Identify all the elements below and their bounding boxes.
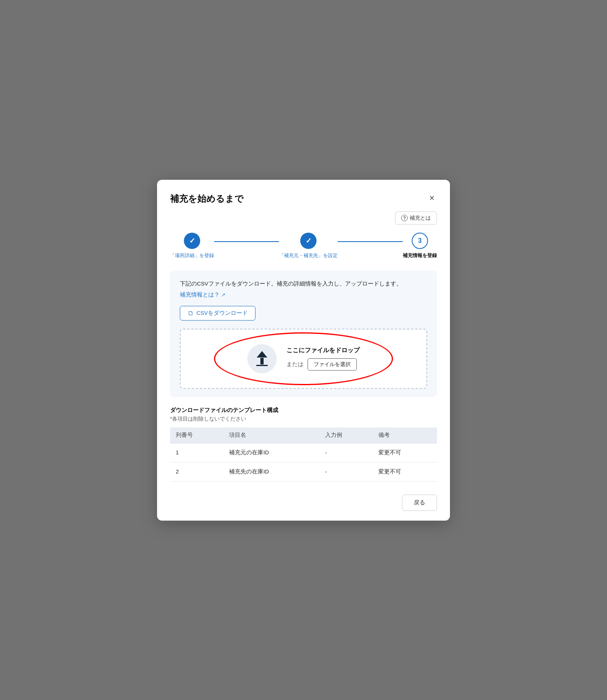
step-3-number: 3 <box>418 237 422 244</box>
stepper: ✓ 「場所詳細」を登録 ✓ 「補充元・補充先」を設定 3 補充情報を登録 <box>170 233 437 259</box>
info-link-label: 補充情報とは？ <box>180 291 220 299</box>
table-cell: 補充先の在庫ID <box>223 462 319 481</box>
question-icon: ? <box>401 215 408 221</box>
step-1-circle: ✓ <box>184 233 200 249</box>
help-btn-row: ? 補充とは <box>170 212 437 225</box>
info-link[interactable]: 補充情報とは？ ↗ <box>180 291 225 299</box>
step-line-1 <box>214 241 279 242</box>
file-drop-zone[interactable]: ここにファイルをドロップ または ファイルを選択 <box>180 329 427 389</box>
template-table-header-row: 列番号 項目名 入力例 備考 <box>170 427 437 443</box>
drop-zone-inner: ここにファイルをドロップ または ファイルを選択 <box>247 344 360 373</box>
col-header-note: 備考 <box>373 427 437 443</box>
upload-arrow-icon <box>256 351 268 366</box>
col-header-example: 入力例 <box>319 427 373 443</box>
drop-main-text: ここにファイルをドロップ <box>286 347 360 354</box>
modal-backdrop: 補充を始めるまで × ? 補充とは ✓ 「場所詳細」を登録 ✓ <box>0 0 607 700</box>
table-cell: 変更不可 <box>373 462 437 481</box>
step-3-circle: 3 <box>412 233 428 249</box>
modal-header: 補充を始めるまで × <box>170 193 437 205</box>
close-button[interactable]: × <box>427 193 437 203</box>
select-file-button[interactable]: ファイルを選択 <box>308 358 357 371</box>
arrow-base <box>256 365 268 366</box>
help-button[interactable]: ? 補充とは <box>395 212 437 225</box>
drop-or-label: または <box>286 361 304 368</box>
table-cell: 変更不可 <box>373 443 437 462</box>
csv-download-label: CSVをダウンロード <box>197 310 248 317</box>
step-2-checkmark: ✓ <box>306 236 312 245</box>
table-row: 1補充元の在庫ID-変更不可 <box>170 443 437 462</box>
step-2-circle: ✓ <box>300 233 317 249</box>
modal-container: 補充を始めるまで × ? 補充とは ✓ 「場所詳細」を登録 ✓ <box>157 180 450 521</box>
modal-title: 補充を始めるまで <box>170 193 244 205</box>
back-button[interactable]: 戻る <box>402 495 437 511</box>
table-cell: - <box>319 443 373 462</box>
card-description: 下記のCSVファイルをダウンロード。補充の詳細情報を入力し、アップロードします。 <box>180 280 427 288</box>
csv-file-icon: 🗋 <box>188 310 194 316</box>
modal-footer: 戻る <box>170 491 437 511</box>
table-cell: - <box>319 462 373 481</box>
step-1-label: 「場所詳細」を登録 <box>170 252 214 259</box>
template-table-body: 1補充元の在庫ID-変更不可2補充先の在庫ID-変更不可 <box>170 443 437 481</box>
step-3: 3 補充情報を登録 <box>403 233 437 259</box>
drop-or-row: または ファイルを選択 <box>286 358 360 371</box>
step-1-checkmark: ✓ <box>189 236 195 245</box>
step-2: ✓ 「補充元・補充先」を設定 <box>279 233 338 259</box>
step-1: ✓ 「場所詳細」を登録 <box>170 233 214 259</box>
drop-text-area: ここにファイルをドロップ または ファイルを選択 <box>286 347 360 371</box>
upload-icon-circle <box>247 344 277 373</box>
template-section: ダウンロードファイルのテンプレート構成 *各項目は削除しないでください 列番号 … <box>170 407 437 482</box>
template-section-note: *各項目は削除しないでください <box>170 416 437 423</box>
external-link-icon: ↗ <box>221 292 225 298</box>
table-cell: 補充元の在庫ID <box>223 443 319 462</box>
table-cell: 1 <box>170 443 223 462</box>
template-table: 列番号 項目名 入力例 備考 1補充元の在庫ID-変更不可2補充先の在庫ID-変… <box>170 427 437 482</box>
table-cell: 2 <box>170 462 223 481</box>
template-section-title: ダウンロードファイルのテンプレート構成 <box>170 407 437 414</box>
arrow-body <box>260 358 264 364</box>
step-3-label: 補充情報を登録 <box>403 252 437 259</box>
col-header-num: 列番号 <box>170 427 223 443</box>
step-2-label: 「補充元・補充先」を設定 <box>279 252 338 259</box>
help-button-label: 補充とは <box>410 214 431 222</box>
content-card: 下記のCSVファイルをダウンロード。補充の詳細情報を入力し、アップロードします。… <box>170 270 437 397</box>
col-header-name: 項目名 <box>223 427 319 443</box>
table-row: 2補充先の在庫ID-変更不可 <box>170 462 437 481</box>
arrow-head <box>257 351 267 358</box>
csv-download-button[interactable]: 🗋 CSVをダウンロード <box>180 306 255 321</box>
step-line-2 <box>338 241 403 242</box>
template-table-head: 列番号 項目名 入力例 備考 <box>170 427 437 443</box>
